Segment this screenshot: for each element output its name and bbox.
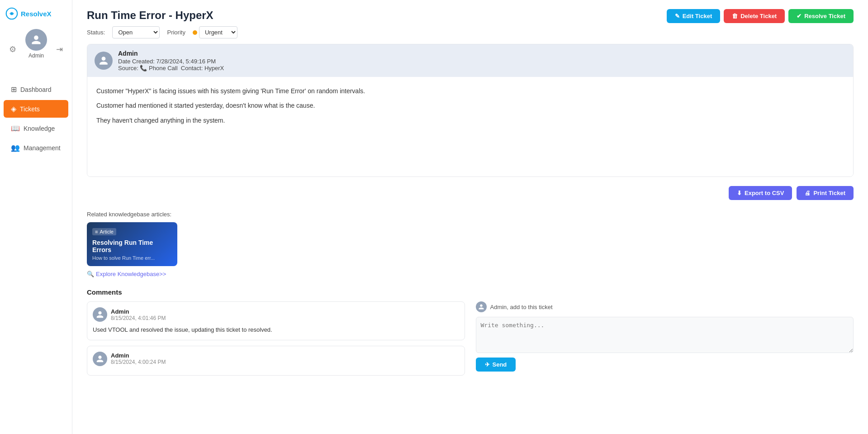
ticket-author-avatar <box>95 52 113 70</box>
sidebar-top-icons: ⚙ Admin ⇥ <box>0 29 72 70</box>
comment-date: 8/15/2024, 4:01:46 PM <box>111 315 166 321</box>
priority-dot <box>193 30 197 35</box>
ticket-author-name: Admin <box>118 50 224 57</box>
comment-input-header: Admin, add to this ticket <box>476 301 854 312</box>
main-content: Run Time Error - HyperX Status: Open In … <box>72 0 868 434</box>
kb-card-title: Resolving Run Time Errors <box>92 239 172 253</box>
export-icon: ⬇ <box>737 190 742 196</box>
resolve-icon: ✔ <box>797 13 802 19</box>
priority-select[interactable]: Urgent High Medium Low <box>199 26 237 38</box>
comment-text: Used VTOOL and resolved the issue, updat… <box>93 325 459 334</box>
comment-header: Admin 8/15/2024, 4:01:46 PM <box>93 307 459 322</box>
ticket-body-line2: Customer had mentioned it started yester… <box>96 100 844 110</box>
book-icon: 📖 <box>11 124 20 133</box>
table-row: Admin 8/15/2024, 4:00:24 PM <box>87 346 465 376</box>
article-icon: ≡ <box>95 229 98 234</box>
header-buttons: ✎ Edit Ticket 🗑 Delete Ticket ✔ Resolve … <box>667 9 854 23</box>
users-icon: 👥 <box>11 143 20 152</box>
comments-layout: Admin 8/15/2024, 4:01:46 PM Used VTOOL a… <box>87 301 854 376</box>
sidebar-navigation: ⊞ Dashboard ◈ Tickets 📖 Knowledge 👥 Mana… <box>0 81 72 157</box>
ticket-body-line3: They haven't changed anything in the sys… <box>96 115 844 125</box>
sidebar-item-dashboard[interactable]: ⊞ Dashboard <box>4 81 68 98</box>
comment-avatar-2 <box>93 352 107 366</box>
priority-label: Priority <box>167 29 185 36</box>
ticket-info-bar: Admin Date Created: 7/28/2024, 5:49:16 P… <box>87 44 853 77</box>
status-label: Status: <box>87 29 105 36</box>
kb-card-desc: How to solve Run Time err... <box>92 255 172 261</box>
comment-author-2: Admin <box>111 352 166 359</box>
ticket-content: Customer "HyperX" is facing issues with … <box>87 77 853 176</box>
avatar <box>25 29 47 51</box>
print-ticket-button[interactable]: 🖨 Print Ticket <box>797 186 854 200</box>
search-icon: 🔍 <box>87 271 94 277</box>
sidebar: ResolveX ⚙ Admin ⇥ ⊞ Dashboard ◈ Tickets… <box>0 0 72 434</box>
ticket-contact: HyperX <box>204 65 224 72</box>
priority-wrapper: Urgent High Medium Low <box>193 26 237 38</box>
kb-card-tag: ≡ Article <box>92 228 116 235</box>
sidebar-item-management[interactable]: 👥 Management <box>4 139 68 157</box>
logout-icon[interactable]: ⇥ <box>54 29 65 70</box>
kb-card[interactable]: ≡ Article Resolving Run Time Errors How … <box>87 222 177 266</box>
kb-explore-link[interactable]: 🔍 Explore Knowledgebase>> <box>87 271 854 277</box>
user-profile: Admin <box>25 29 47 59</box>
comment-input-label: Admin, add to this ticket <box>490 304 553 310</box>
edit-icon: ✎ <box>675 13 680 19</box>
comments-section: Comments Admin 8/15/2024, 4:01:46 PM Use… <box>87 288 854 376</box>
ticket-icon: ◈ <box>11 105 16 113</box>
send-button[interactable]: ✈ Send <box>476 358 516 372</box>
knowledge-base-section: Related knowledgebase articles: ≡ Articl… <box>87 211 854 277</box>
comments-list: Admin 8/15/2024, 4:01:46 PM Used VTOOL a… <box>87 301 465 376</box>
print-icon: 🖨 <box>805 190 811 196</box>
edit-ticket-button[interactable]: ✎ Edit Ticket <box>667 9 721 23</box>
comment-input-area: Admin, add to this ticket ✈ Send <box>476 301 854 376</box>
ticket-source-contact: Source: 📞 Phone Call Contact: HyperX <box>118 65 224 72</box>
comment-input-avatar <box>476 301 487 312</box>
delete-icon: 🗑 <box>732 13 738 19</box>
actions-row: ⬇ Export to CSV 🖨 Print Ticket <box>87 186 854 200</box>
ticket-body: Admin Date Created: 7/28/2024, 5:49:16 P… <box>87 44 854 177</box>
comment-header-2: Admin 8/15/2024, 4:00:24 PM <box>93 352 459 366</box>
comment-author: Admin <box>111 308 166 315</box>
grid-icon: ⊞ <box>11 85 17 94</box>
app-logo: ResolveX <box>0 7 72 20</box>
ticket-source: 📞 Phone Call <box>140 65 177 72</box>
resolve-ticket-button[interactable]: ✔ Resolve Ticket <box>788 9 854 23</box>
kb-section-title: Related knowledgebase articles: <box>87 211 854 218</box>
ticket-info-text: Admin Date Created: 7/28/2024, 5:49:16 P… <box>118 50 224 72</box>
ticket-header: Run Time Error - HyperX Status: Open In … <box>87 9 854 38</box>
username-label: Admin <box>28 52 44 59</box>
ticket-header-left: Run Time Error - HyperX Status: Open In … <box>87 9 667 38</box>
comments-title: Comments <box>87 288 854 296</box>
ticket-date-created: Date Created: 7/28/2024, 5:49:16 PM <box>118 58 224 65</box>
comment-textarea[interactable] <box>476 317 854 353</box>
table-row: Admin 8/15/2024, 4:01:46 PM Used VTOOL a… <box>87 301 465 340</box>
sidebar-item-knowledge[interactable]: 📖 Knowledge <box>4 119 68 137</box>
send-icon: ✈ <box>485 361 490 368</box>
ticket-meta: Status: Open In Progress Resolved Closed… <box>87 26 667 38</box>
comment-date-2: 8/15/2024, 4:00:24 PM <box>111 359 166 365</box>
svg-point-1 <box>10 12 13 14</box>
export-csv-button[interactable]: ⬇ Export to CSV <box>729 186 792 200</box>
settings-icon[interactable]: ⚙ <box>7 29 18 70</box>
ticket-body-line1: Customer "HyperX" is facing issues with … <box>96 86 844 96</box>
sidebar-item-tickets[interactable]: ◈ Tickets <box>4 100 68 118</box>
comment-meta: Admin 8/15/2024, 4:01:46 PM <box>111 308 166 321</box>
delete-ticket-button[interactable]: 🗑 Delete Ticket <box>724 9 785 23</box>
ticket-title: Run Time Error - HyperX <box>87 9 667 22</box>
comment-meta-2: Admin 8/15/2024, 4:00:24 PM <box>111 352 166 365</box>
status-select[interactable]: Open In Progress Resolved Closed <box>112 26 160 38</box>
comment-avatar <box>93 307 107 322</box>
